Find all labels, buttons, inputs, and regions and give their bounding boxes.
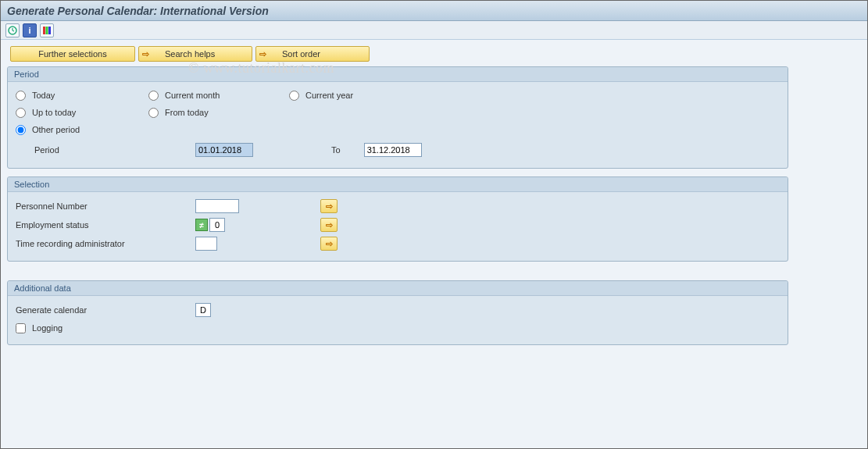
- arrow-right-icon: ⇨: [259, 49, 266, 59]
- logging-label: Logging: [32, 323, 63, 333]
- variant-icon[interactable]: [40, 23, 54, 37]
- content-area: © www.tutorialkart.com Further selection…: [1, 40, 867, 448]
- radio-today-input[interactable]: [16, 91, 26, 101]
- radio-current-month-input[interactable]: [148, 91, 159, 101]
- further-selections-label: Further selections: [38, 49, 106, 59]
- search-helps-label: Search helps: [165, 49, 215, 59]
- time-rec-admin-multiselect-button[interactable]: ⇨: [320, 237, 338, 251]
- radio-current-year-input[interactable]: [289, 91, 299, 101]
- selection-groupbox: Selection Personnel Number ⇨ Employment …: [7, 176, 788, 262]
- radio-other-period[interactable]: Other period: [16, 125, 148, 135]
- additional-data-groupbox: Additional data Generate calendar Loggin…: [7, 280, 788, 345]
- info-icon[interactable]: i: [23, 23, 37, 37]
- logging-checkbox-row[interactable]: Logging: [16, 319, 780, 337]
- sort-order-button[interactable]: ⇨ Sort order: [255, 46, 370, 62]
- arrow-right-icon: ⇨: [142, 49, 149, 59]
- time-rec-admin-label: Time recording administrator: [16, 239, 195, 248]
- generate-calendar-input[interactable]: [195, 303, 211, 317]
- additional-data-group-title: Additional data: [8, 281, 788, 296]
- employment-status-input[interactable]: [209, 218, 225, 232]
- svg-rect-4: [46, 27, 48, 34]
- further-selections-button[interactable]: Further selections: [10, 46, 135, 62]
- svg-rect-5: [48, 27, 51, 34]
- page-title: Generate Personal Calendar: Internationa…: [7, 5, 269, 17]
- radio-up-to-today-label: Up to today: [32, 108, 76, 117]
- logging-checkbox[interactable]: [16, 323, 26, 333]
- radio-up-to-today-input[interactable]: [16, 108, 26, 118]
- radio-today[interactable]: Today: [16, 91, 148, 101]
- period-from-input[interactable]: [195, 143, 253, 157]
- radio-from-today-label: From today: [165, 108, 209, 117]
- radio-from-today-input[interactable]: [148, 108, 159, 118]
- period-groupbox: Period Today Current month Current year: [7, 66, 788, 169]
- selection-screen-buttons: Further selections ⇨ Search helps ⇨ Sort…: [10, 46, 861, 62]
- radio-today-label: Today: [32, 91, 55, 100]
- svg-rect-3: [43, 27, 45, 34]
- personnel-number-input[interactable]: [195, 199, 239, 213]
- radio-other-period-input[interactable]: [16, 125, 26, 135]
- radio-other-period-label: Other period: [32, 125, 80, 134]
- svg-line-2: [13, 30, 14, 31]
- radio-current-year-label: Current year: [305, 91, 353, 100]
- employment-status-multiselect-button[interactable]: ⇨: [320, 218, 338, 232]
- search-helps-button[interactable]: ⇨ Search helps: [138, 46, 252, 62]
- radio-up-to-today[interactable]: Up to today: [16, 108, 148, 118]
- period-to-label: To: [331, 145, 341, 155]
- sort-order-label: Sort order: [282, 49, 320, 59]
- app-toolbar: i: [1, 21, 867, 40]
- not-equal-icon[interactable]: ≠: [195, 219, 208, 231]
- execute-icon[interactable]: [5, 23, 20, 37]
- radio-current-month-label: Current month: [165, 91, 220, 100]
- period-field-label: Period: [16, 145, 172, 155]
- period-group-title: Period: [8, 67, 788, 82]
- radio-current-year[interactable]: Current year: [289, 91, 398, 101]
- employment-status-label: Employment status: [16, 220, 195, 230]
- time-rec-admin-input[interactable]: [195, 237, 217, 251]
- personnel-number-label: Personnel Number: [16, 201, 195, 211]
- radio-from-today[interactable]: From today: [148, 108, 289, 118]
- selection-group-title: Selection: [8, 177, 788, 192]
- titlebar: Generate Personal Calendar: Internationa…: [1, 1, 867, 21]
- personnel-number-multiselect-button[interactable]: ⇨: [320, 199, 338, 213]
- generate-calendar-label: Generate calendar: [16, 305, 195, 315]
- radio-current-month[interactable]: Current month: [148, 91, 289, 101]
- period-to-input[interactable]: [364, 143, 422, 157]
